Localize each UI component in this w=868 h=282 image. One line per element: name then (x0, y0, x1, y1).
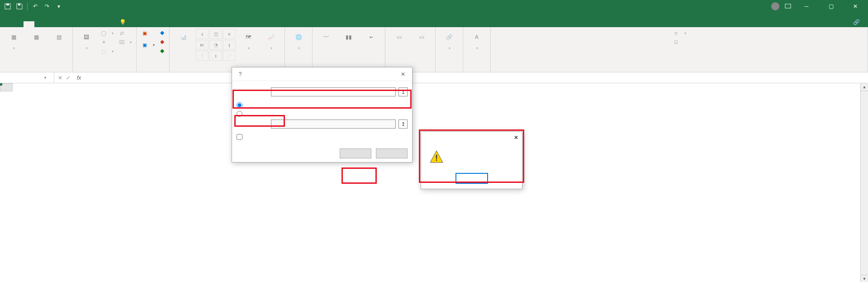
pictures-icon: 🖼 (79, 30, 94, 44)
formula-input[interactable] (87, 74, 868, 81)
msgbox-ok-button[interactable] (456, 173, 488, 183)
qat-customize-icon[interactable]: ▾ (55, 2, 63, 10)
tab-file[interactable] (2, 21, 13, 27)
svg-rect-2 (18, 4, 20, 5)
msgbox-close-icon[interactable]: ✕ (514, 134, 518, 141)
pivotchart-button[interactable]: 📈▾ (261, 29, 281, 51)
collapse-location-icon[interactable]: ↥ (398, 119, 408, 129)
enter-formula-icon[interactable]: ✓ (66, 75, 71, 81)
dialog-titlebar[interactable]: ? ✕ (232, 67, 412, 81)
new-worksheet-radio[interactable] (237, 101, 408, 110)
share-button[interactable]: 🔗 (849, 17, 866, 27)
maps-button[interactable]: 🗺▾ (238, 29, 258, 51)
formula-bar: ▾ ✕ ✓ fx (0, 72, 868, 83)
shapes-icon: ◯ (100, 29, 107, 37)
group-filters: ▭ ▭ (385, 27, 436, 72)
pivotchart-icon: 📈 (264, 30, 278, 44)
globe-icon: 🌐 (291, 30, 306, 44)
pictures-button[interactable]: 🖼▾ (76, 29, 96, 51)
cube-icon: ⬚ (100, 48, 107, 55)
vertical-scrollbar[interactable]: ▲ ▼ (860, 83, 868, 282)
tab-home[interactable] (13, 21, 24, 27)
dialog-close-icon[interactable]: ✕ (398, 71, 408, 77)
chart-gallery[interactable]: ⫾◫≡ ⋉◔⫿ ⋮⫾⋰ (196, 29, 236, 61)
shapes-button[interactable]: ◯▾ (99, 29, 114, 37)
tab-help[interactable] (89, 21, 100, 27)
tab-data[interactable] (56, 21, 67, 27)
save-icon[interactable] (15, 2, 24, 10)
name-box-input[interactable] (3, 75, 43, 81)
my-addins-button[interactable]: ▣▾ (140, 41, 156, 49)
maximize-button[interactable]: ▢ (821, 0, 841, 13)
bing-maps-icon[interactable]: ◆ (158, 29, 166, 36)
scroll-down-icon[interactable]: ▼ (861, 275, 868, 282)
icons-icon: ✦ (100, 38, 107, 46)
quick-access-toolbar: ↶ ↷ ▾ (0, 2, 66, 10)
slicer-button[interactable]: ▭ (389, 29, 409, 46)
cancel-formula-icon[interactable]: ✕ (58, 75, 62, 81)
table-range-input[interactable] (271, 87, 396, 96)
3d-map-button[interactable]: 🌐▾ (289, 29, 308, 51)
redo-icon[interactable]: ↷ (43, 2, 51, 10)
equation-button[interactable]: π▾ (672, 29, 687, 37)
data-model-checkbox[interactable] (237, 133, 408, 141)
warning-icon: ! (429, 150, 444, 164)
ribbon-display-options-icon[interactable] (784, 2, 792, 10)
name-box[interactable]: ▾ (0, 72, 54, 83)
tell-me-search[interactable]: 💡 (116, 17, 133, 27)
svg-rect-1 (6, 4, 9, 5)
people-graph-icon[interactable]: ◆ (158, 38, 166, 45)
pivottable-button[interactable]: ▦▾ (4, 29, 24, 51)
omega-icon: Ω (673, 38, 680, 46)
recommended-pivottables-button[interactable]: ▦ (26, 29, 46, 46)
dialog-help-icon[interactable]: ? (236, 71, 245, 77)
sparkline-line-button[interactable]: 〰 (316, 29, 336, 46)
existing-worksheet-radio[interactable] (237, 110, 408, 118)
screenshot-icon: ⌧ (118, 38, 125, 46)
user-avatar[interactable] (771, 2, 779, 10)
dialog-ok-button[interactable] (340, 148, 371, 158)
pivottable-icon: ▦ (6, 30, 21, 44)
close-button[interactable]: ✕ (845, 0, 865, 13)
undo-icon[interactable]: ↶ (31, 2, 39, 10)
scroll-up-icon[interactable]: ▲ (861, 83, 868, 91)
tab-insert[interactable] (24, 21, 34, 27)
visio-icon[interactable]: ◆ (158, 47, 166, 54)
text-button[interactable]: A▾ (467, 29, 487, 51)
sparkline-column-button[interactable]: ▮▮ (339, 29, 359, 46)
select-all-corner[interactable] (0, 83, 13, 91)
timeline-button[interactable]: ▭ (412, 29, 432, 46)
group-addins: ▣ ▣▾ ◆ ◆ ◆ (137, 27, 170, 72)
link-button[interactable]: 🔗▾ (439, 29, 459, 51)
recommended-charts-icon: 📊 (176, 30, 190, 44)
table-button[interactable]: ▤ (49, 29, 69, 46)
timeline-icon: ▭ (414, 30, 429, 44)
smartart-button[interactable]: ⇄ (117, 29, 133, 37)
screenshot-button[interactable]: ⌧▾ (117, 38, 133, 46)
get-addins-button[interactable]: ▣ (140, 29, 156, 37)
tab-review[interactable] (67, 21, 78, 27)
svg-rect-3 (785, 4, 791, 8)
recommended-pivot-icon: ▦ (29, 30, 43, 44)
group-charts: 📊 ⫾◫≡ ⋉◔⫿ ⋮⫾⋰ 🗺▾ 📈▾ (170, 27, 285, 72)
text-box-icon: A (470, 30, 484, 44)
recommended-charts-button[interactable]: 📊 (173, 29, 193, 46)
msgbox-titlebar[interactable]: ✕ (421, 132, 522, 143)
icons-button[interactable]: ✦ (99, 38, 114, 46)
tab-view[interactable] (78, 21, 89, 27)
3d-models-button[interactable]: ⬚▾ (99, 47, 114, 55)
collapse-dialog-icon[interactable]: ↥ (398, 87, 408, 96)
minimize-button[interactable]: ─ (797, 0, 816, 13)
tab-page-layout[interactable] (34, 21, 45, 27)
fx-icon[interactable]: fx (74, 75, 84, 81)
symbol-button[interactable]: Ω (672, 38, 687, 46)
location-input (271, 119, 396, 129)
maps-icon: 🗺 (241, 30, 256, 44)
group-symbols: π▾ Ω (491, 27, 868, 72)
dialog-cancel-button[interactable] (376, 148, 408, 158)
autosave-icon[interactable] (4, 2, 12, 10)
tab-formulas[interactable] (45, 21, 56, 27)
table-icon: ▤ (52, 30, 66, 44)
tab-foxit-pdf[interactable] (100, 21, 110, 27)
sparkline-winloss-button[interactable]: ▪▫ (361, 29, 381, 46)
